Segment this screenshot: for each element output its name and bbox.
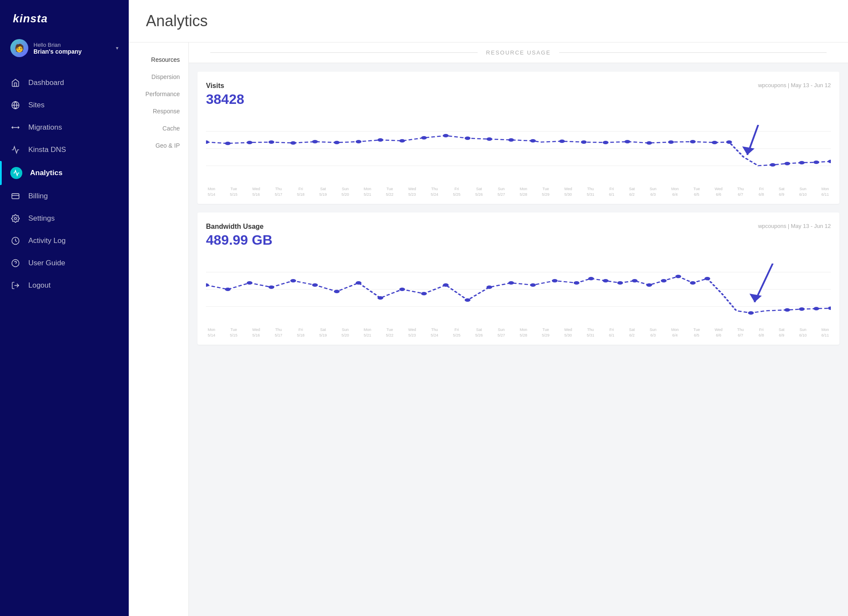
divider2 (559, 52, 827, 53)
svg-point-26 (487, 137, 493, 141)
svg-point-35 (690, 140, 696, 143)
svg-point-37 (726, 140, 732, 144)
page-header: Analytics (129, 0, 848, 42)
nav-label-analytics: Analytics (30, 169, 63, 177)
svg-point-36 (712, 141, 718, 144)
svg-point-23 (421, 136, 427, 140)
svg-point-64 (552, 279, 558, 282)
svg-point-61 (487, 285, 493, 289)
content-area: Resources Dispersion Performance Respons… (129, 42, 848, 616)
sub-nav-dispersion[interactable]: Dispersion (129, 68, 188, 85)
logout-icon (10, 280, 21, 291)
sidebar-item-analytics[interactable]: Analytics (0, 161, 129, 185)
svg-point-63 (530, 283, 536, 287)
svg-point-54 (334, 290, 340, 293)
sidebar-item-settings[interactable]: Settings (0, 207, 129, 230)
sidebar-item-user-guide[interactable]: User Guide (0, 252, 129, 274)
svg-point-17 (290, 141, 296, 145)
svg-point-72 (675, 275, 681, 278)
user-info: Hello Brian Brian's company (33, 42, 111, 55)
svg-marker-81 (749, 294, 762, 302)
visits-label: Visits (206, 82, 224, 90)
svg-point-69 (632, 279, 638, 282)
sidebar-item-logout[interactable]: Logout (0, 274, 129, 297)
dns-icon (10, 145, 21, 155)
bandwidth-chart (206, 255, 831, 324)
nav-label-activity-log: Activity Log (28, 237, 66, 245)
svg-point-73 (690, 281, 696, 285)
svg-point-53 (312, 283, 318, 287)
visits-header: Visits wpcoupons | May 13 - Jun 12 (206, 82, 831, 90)
sub-nav: Resources Dispersion Performance Respons… (129, 42, 189, 616)
sub-nav-cache[interactable]: Cache (129, 120, 188, 137)
svg-point-71 (661, 279, 667, 282)
svg-point-32 (624, 140, 630, 143)
svg-point-56 (378, 296, 384, 300)
svg-point-5 (15, 218, 17, 220)
svg-point-18 (312, 140, 318, 143)
nav-label-logout: Logout (28, 281, 51, 290)
chevron-down-icon: ▾ (116, 45, 118, 51)
visits-value: 38428 (206, 91, 831, 107)
bandwidth-dates: Mon5/14 Tue5/15 Wed5/16 Thu5/17 Fri5/18 … (206, 327, 831, 338)
user-profile[interactable]: 🧑 Hello Brian Brian's company ▾ (0, 34, 129, 67)
visits-chart (206, 114, 831, 183)
svg-point-76 (784, 308, 790, 312)
svg-point-24 (443, 134, 449, 137)
nav-label-user-guide: User Guide (28, 259, 65, 267)
svg-point-79 (828, 306, 831, 310)
svg-marker-44 (742, 146, 754, 155)
main-content: Analytics Resources Dispersion Performan… (129, 0, 848, 616)
resource-header: RESOURCE USAGE (189, 42, 848, 63)
sub-nav-performance[interactable]: Performance (129, 85, 188, 103)
logo: kinsta (0, 0, 129, 34)
sub-nav-geo-ip[interactable]: Geo & IP (129, 137, 188, 154)
svg-point-59 (443, 283, 449, 287)
divider (210, 52, 478, 53)
svg-point-60 (465, 298, 471, 302)
main-nav: Dashboard Sites Migrations (0, 67, 129, 301)
visits-chart-card: Visits wpcoupons | May 13 - Jun 12 38428 (197, 72, 839, 204)
analytics-icon (10, 167, 22, 179)
sub-nav-response[interactable]: Response (129, 103, 188, 120)
sidebar-item-migrations[interactable]: Migrations (0, 116, 129, 139)
svg-point-66 (588, 277, 594, 280)
svg-point-48 (206, 283, 209, 287)
svg-point-21 (378, 138, 384, 142)
visits-meta: wpcoupons | May 13 - Jun 12 (758, 82, 831, 88)
svg-point-58 (421, 292, 427, 295)
sidebar-item-sites[interactable]: Sites (0, 94, 129, 116)
svg-point-52 (290, 279, 296, 282)
svg-point-78 (813, 307, 819, 310)
svg-point-68 (617, 281, 623, 285)
svg-point-75 (748, 311, 754, 315)
svg-point-42 (828, 160, 831, 163)
sidebar-item-kinsta-dns[interactable]: Kinsta DNS (0, 139, 129, 161)
nav-label-dashboard: Dashboard (28, 79, 64, 87)
sites-icon (10, 100, 21, 110)
sidebar-item-dashboard[interactable]: Dashboard (0, 72, 129, 94)
sub-nav-resources[interactable]: Resources (129, 51, 188, 68)
svg-point-55 (356, 281, 362, 285)
svg-point-38 (770, 163, 776, 167)
bandwidth-label: Bandwidth Usage (206, 223, 263, 231)
avatar: 🧑 (10, 39, 28, 57)
guide-icon (10, 258, 21, 268)
svg-point-57 (399, 288, 405, 291)
svg-point-62 (508, 281, 514, 285)
svg-point-33 (646, 141, 652, 145)
svg-point-40 (799, 161, 805, 164)
svg-point-13 (206, 140, 209, 144)
migrations-icon (10, 122, 21, 133)
svg-point-65 (574, 281, 580, 285)
svg-point-30 (581, 140, 587, 144)
svg-point-51 (269, 285, 275, 289)
nav-label-migrations: Migrations (28, 123, 62, 132)
bandwidth-header: Bandwidth Usage wpcoupons | May 13 - Jun… (206, 223, 831, 231)
bandwidth-svg (206, 255, 831, 324)
charts-area: RESOURCE USAGE Visits wpcoupons | May 13… (189, 42, 848, 616)
sidebar-item-billing[interactable]: Billing (0, 185, 129, 207)
user-hello: Hello Brian (33, 42, 111, 48)
sidebar-item-activity-log[interactable]: Activity Log (0, 230, 129, 252)
svg-point-14 (225, 142, 231, 145)
